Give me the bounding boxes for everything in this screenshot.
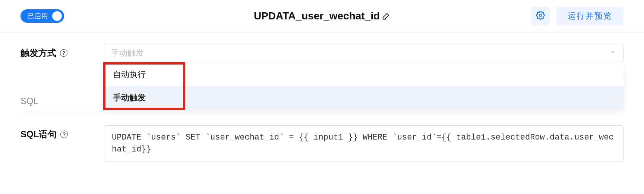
settings-button[interactable]: [531, 7, 550, 25]
gear-icon: [536, 11, 545, 21]
sql-label: SQL语句 ?: [20, 125, 104, 140]
enabled-toggle[interactable]: 已启用: [20, 9, 64, 23]
header-bar: 已启用 UPDATA_user_wechat_id 运行并预览: [0, 0, 644, 32]
edit-title-icon[interactable]: [382, 12, 390, 20]
header-left: 已启用: [20, 9, 64, 23]
trigger-dropdown: 自动执行 手动触发: [104, 63, 624, 109]
tab-sql[interactable]: SQL: [20, 96, 38, 113]
form-body: 触发方式 ? 手动触发 自动执行 手动触发 SQL SQL语句 ? UPDATE…: [0, 32, 644, 162]
run-preview-label: 运行并预览: [568, 10, 612, 22]
sql-row: SQL语句 ? UPDATE `users` SET `user_wechat_…: [20, 125, 624, 162]
chevron-down-icon: [610, 49, 616, 57]
help-icon[interactable]: ?: [60, 49, 67, 57]
trigger-label: 触发方式 ?: [20, 47, 104, 59]
trigger-option-auto[interactable]: 自动执行: [104, 63, 624, 86]
sql-code-input[interactable]: UPDATE `users` SET `user_wechat_id` = {{…: [104, 125, 624, 162]
sql-label-text: SQL语句: [20, 128, 57, 140]
trigger-label-text: 触发方式: [20, 47, 56, 59]
trigger-row: 触发方式 ? 手动触发: [20, 44, 624, 62]
trigger-select[interactable]: 手动触发: [104, 44, 624, 62]
toggle-knob-icon: [52, 11, 62, 21]
trigger-select-value: 手动触发: [111, 47, 144, 59]
trigger-option-manual[interactable]: 手动触发: [104, 86, 624, 109]
run-preview-button[interactable]: 运行并预览: [556, 7, 624, 25]
svg-point-0: [539, 14, 542, 16]
page-title: UPDATA_user_wechat_id: [254, 10, 380, 22]
header-right: 运行并预览: [531, 7, 624, 25]
header-center: UPDATA_user_wechat_id: [254, 10, 390, 22]
enabled-toggle-label: 已启用: [27, 12, 48, 21]
help-icon[interactable]: ?: [60, 131, 68, 138]
